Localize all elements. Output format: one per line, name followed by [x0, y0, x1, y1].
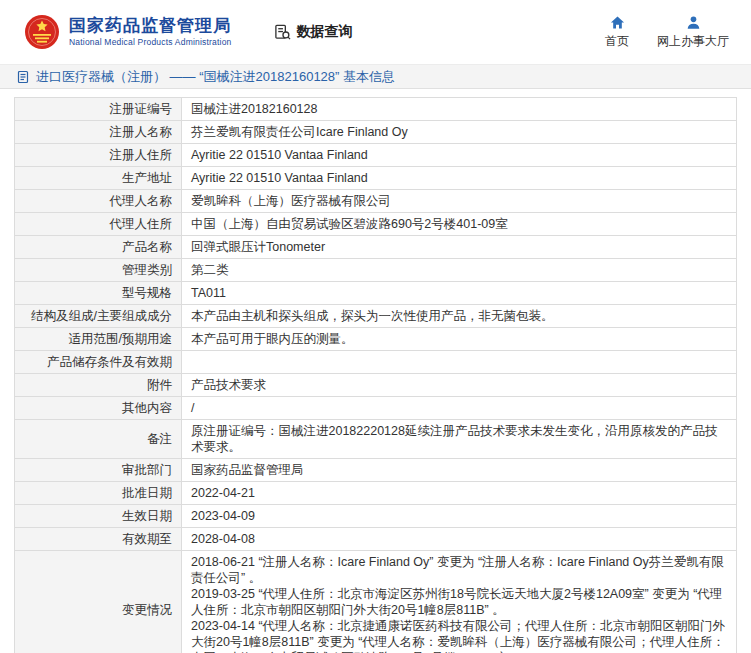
agency-title-block: 国家药品监督管理局 National Medical Products Admi…	[69, 17, 232, 48]
row-value: 2028-04-08	[182, 528, 737, 551]
row-label: 注册证编号	[15, 98, 182, 121]
row-label: 产品名称	[15, 236, 182, 259]
table-row: 附件产品技术要求	[15, 374, 737, 397]
agency-logo-link[interactable]: 国家药品监督管理局 National Medical Products Admi…	[24, 14, 232, 50]
row-label: 批准日期	[15, 482, 182, 505]
row-label: 生效日期	[15, 505, 182, 528]
row-value: /	[182, 397, 737, 420]
table-row: 产品储存条件及有效期	[15, 351, 737, 374]
row-value: 本产品可用于眼内压的测量。	[182, 328, 737, 351]
row-label: 变更情况	[15, 551, 182, 653]
row-label: 代理人住所	[15, 213, 182, 236]
national-emblem-icon	[24, 14, 60, 50]
table-row: 其他内容/	[15, 397, 737, 420]
table-row: 结构及组成/主要组成成分本产品由主机和探头组成，探头为一次性使用产品，非无菌包装…	[15, 305, 737, 328]
table-row: 批准日期2022-04-21	[15, 482, 737, 505]
document-icon	[16, 70, 30, 84]
table-row: 产品名称回弹式眼压计Tonometer	[15, 236, 737, 259]
row-value: 国械注进20182160128	[182, 98, 737, 121]
row-label: 产品储存条件及有效期	[15, 351, 182, 374]
table-row: 审批部门国家药品监督管理局	[15, 459, 737, 482]
row-label: 适用范围/预期用途	[15, 328, 182, 351]
table-row: 变更情况2018-06-21 “注册人名称：Icare Finland Oy” …	[15, 551, 737, 653]
table-row: 注册人住所Ayritie 22 01510 Vantaa Finland	[15, 144, 737, 167]
agency-name-cn: 国家药品监督管理局	[69, 17, 232, 36]
row-value: 原注册证编号：国械注进20182220128延续注册产品技术要求未发生变化，沿用…	[182, 420, 737, 459]
person-icon	[686, 15, 701, 30]
row-label: 型号规格	[15, 282, 182, 305]
table-row: 生产地址Ayritie 22 01510 Vantaa Finland	[15, 167, 737, 190]
row-value: 中国（上海）自由贸易试验区碧波路690号2号楼401-09室	[182, 213, 737, 236]
row-value: 回弹式眼压计Tonometer	[182, 236, 737, 259]
nav-service-hall[interactable]: 网上办事大厅	[657, 15, 729, 50]
table-row: 管理类别第二类	[15, 259, 737, 282]
nav-service-hall-label: 网上办事大厅	[657, 33, 729, 50]
data-query-link[interactable]: 数据查询	[274, 23, 353, 41]
row-value: Ayritie 22 01510 Vantaa Finland	[182, 167, 737, 190]
row-value: 本产品由主机和探头组成，探头为一次性使用产品，非无菌包装。	[182, 305, 737, 328]
table-row: 生效日期2023-04-09	[15, 505, 737, 528]
table-row: 注册人名称芬兰爱凯有限责任公司Icare Finland Oy	[15, 121, 737, 144]
row-value: 第二类	[182, 259, 737, 282]
table-row: 注册证编号国械注进20182160128	[15, 98, 737, 121]
table-row: 备注原注册证编号：国械注进20182220128延续注册产品技术要求未发生变化，…	[15, 420, 737, 459]
agency-name-en: National Medical Products Administration	[69, 37, 232, 47]
row-label: 代理人名称	[15, 190, 182, 213]
row-value: 产品技术要求	[182, 374, 737, 397]
table-row: 型号规格TA011	[15, 282, 737, 305]
row-label: 备注	[15, 420, 182, 459]
row-label: 生产地址	[15, 167, 182, 190]
row-value: 爱凯眸科（上海）医疗器械有限公司	[182, 190, 737, 213]
row-label: 注册人住所	[15, 144, 182, 167]
home-icon	[610, 15, 625, 30]
row-label: 管理类别	[15, 259, 182, 282]
row-value: TA011	[182, 282, 737, 305]
table-row: 代理人住所中国（上海）自由贸易试验区碧波路690号2号楼401-09室	[15, 213, 737, 236]
registration-info-table: 注册证编号国械注进20182160128 注册人名称芬兰爱凯有限责任公司Icar…	[14, 97, 737, 653]
row-value: 国家药品监督管理局	[182, 459, 737, 482]
data-query-label: 数据查询	[297, 23, 353, 41]
row-label: 结构及组成/主要组成成分	[15, 305, 182, 328]
row-value: 2018-06-21 “注册人名称：Icare Finland Oy” 变更为 …	[182, 551, 737, 653]
document-magnifier-icon	[274, 24, 291, 41]
nav-home[interactable]: 首页	[605, 15, 629, 50]
row-label: 附件	[15, 374, 182, 397]
page-title: 进口医疗器械（注册） —— “国械注进20182160128” 基本信息	[36, 68, 395, 86]
table-row: 代理人名称爱凯眸科（上海）医疗器械有限公司	[15, 190, 737, 213]
row-value: 2022-04-21	[182, 482, 737, 505]
breadcrumb-bar: 进口医疗器械（注册） —— “国械注进20182160128” 基本信息	[0, 64, 751, 89]
row-label: 注册人名称	[15, 121, 182, 144]
top-navigation: 首页 网上办事大厅	[605, 15, 735, 50]
row-value: Ayritie 22 01510 Vantaa Finland	[182, 144, 737, 167]
row-label: 审批部门	[15, 459, 182, 482]
header: 国家药品监督管理局 National Medical Products Admi…	[0, 0, 751, 64]
row-value: 2023-04-09	[182, 505, 737, 528]
row-value: 芬兰爱凯有限责任公司Icare Finland Oy	[182, 121, 737, 144]
table-row: 适用范围/预期用途本产品可用于眼内压的测量。	[15, 328, 737, 351]
row-label: 其他内容	[15, 397, 182, 420]
row-value	[182, 351, 737, 374]
row-label: 有效期至	[15, 528, 182, 551]
table-row: 有效期至2028-04-08	[15, 528, 737, 551]
nav-home-label: 首页	[605, 33, 629, 50]
